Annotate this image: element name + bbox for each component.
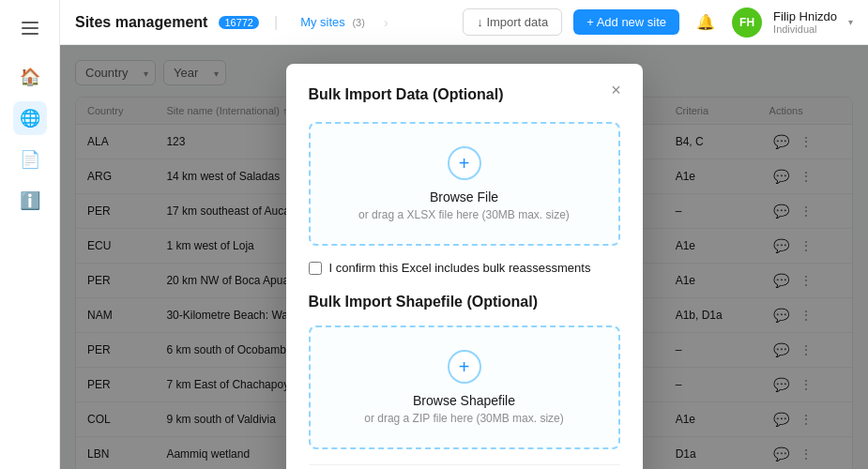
svg-rect-2 <box>22 33 38 35</box>
avatar: FH <box>732 8 762 38</box>
shapefile-upload-area[interactable]: + Browse Shapefile or drag a ZIP file he… <box>309 325 620 449</box>
modal-title: Bulk Import Data (Optional) <box>309 86 620 103</box>
sidebar-item-globe[interactable]: 🌐 <box>13 101 47 135</box>
notification-bell[interactable]: 🔔 <box>691 8 721 38</box>
bulk-reassessments-label[interactable]: I confirm this Excel includes bulk reass… <box>329 261 591 275</box>
shapefile-upload-plus-icon: + <box>448 350 481 384</box>
divider: | <box>274 14 278 31</box>
bulk-reassessments-checkbox[interactable] <box>309 262 322 275</box>
file-upload-area[interactable]: + Browse File or drag a XLSX file here (… <box>309 122 620 246</box>
tab-my-sites[interactable]: My sites (3) <box>293 11 373 33</box>
shapefile-upload-label: Browse Shapefile <box>413 393 515 408</box>
sidebar-item-document[interactable]: 📄 <box>13 143 47 176</box>
user-info: Filip Hnizdo Individual <box>773 9 837 35</box>
total-sites-badge: 16772 <box>219 16 259 29</box>
sidebar: 🏠 🌐 📄 ℹ️ <box>0 0 60 469</box>
sidebar-item-info[interactable]: ℹ️ <box>13 184 47 218</box>
user-role: Individual <box>773 23 837 35</box>
hamburger-menu[interactable] <box>13 11 47 45</box>
modal-overlay: Bulk Import Data (Optional) × + Browse F… <box>60 45 868 469</box>
import-data-button[interactable]: ↓ Import data <box>463 8 562 36</box>
svg-rect-0 <box>22 22 38 23</box>
user-chevron-icon[interactable]: ▾ <box>848 17 853 27</box>
file-upload-label: Browse File <box>430 189 498 204</box>
modal-footer: Download Template Cancel Import data <box>309 464 620 469</box>
file-upload-hint: or drag a XLSX file here (30MB max. size… <box>358 208 570 221</box>
sidebar-item-home[interactable]: 🏠 <box>13 60 47 94</box>
bulk-import-modal: Bulk Import Data (Optional) × + Browse F… <box>286 64 643 469</box>
checkbox-row: I confirm this Excel includes bulk reass… <box>309 261 620 275</box>
modal-close-button[interactable]: × <box>605 79 628 101</box>
file-upload-plus-icon: + <box>448 146 481 180</box>
svg-rect-1 <box>22 27 38 29</box>
shapefile-upload-hint: or drag a ZIP file here (30MB max. size) <box>364 412 564 425</box>
page-title: Sites management <box>75 14 207 31</box>
add-new-site-button[interactable]: + Add new site <box>573 9 679 35</box>
shapefile-section-title: Bulk Import Shapefile (Optional) <box>309 294 620 310</box>
header: Sites management 16772 | My sites (3) › … <box>60 0 868 45</box>
username: Filip Hnizdo <box>773 9 837 23</box>
tab-divider: › <box>384 15 388 30</box>
